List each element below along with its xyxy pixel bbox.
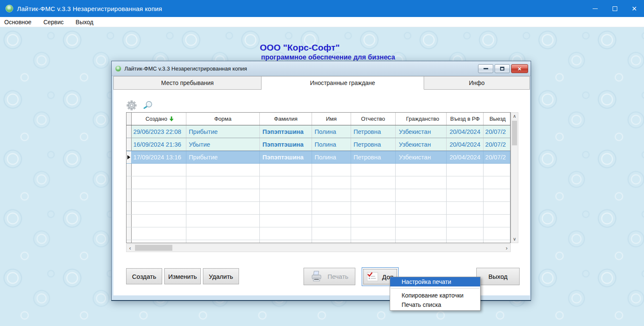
toolbar (126, 100, 154, 111)
table-empty-row[interactable] (127, 240, 510, 243)
cell-created: 17/09/2024 13:16 (132, 151, 186, 163)
row-selector (127, 151, 132, 163)
empty-cell (127, 240, 132, 243)
context-menu-item-print-settings[interactable]: Настройка печати (390, 277, 480, 286)
dialog-restore-button[interactable] (495, 64, 510, 73)
table-row[interactable]: 29/06/2023 22:08 Прибытие Пэпэптэшина По… (127, 125, 510, 138)
cell-surname: Пэпэптэшина (260, 125, 312, 138)
minimize-icon (593, 9, 598, 9)
delete-button[interactable]: Удалить (203, 268, 239, 284)
horizontal-scrollbar[interactable]: ‹ › (126, 244, 511, 252)
empty-cell (132, 189, 186, 201)
row-selector (127, 125, 132, 138)
header-selector (127, 113, 132, 125)
dialog-title: Лайтик-ФМС v.3.3 Незарегистрированная ко… (124, 65, 247, 72)
empty-cell (312, 227, 351, 240)
menu-separator (391, 288, 479, 289)
empty-cell (186, 227, 260, 240)
scroll-right-icon[interactable]: › (503, 244, 510, 252)
column-header-name[interactable]: Имя (312, 113, 351, 125)
empty-cell (127, 189, 132, 201)
column-header-exit[interactable]: Выезд (484, 113, 510, 125)
edit-button[interactable]: Изменить (164, 268, 201, 284)
empty-cell (312, 164, 351, 176)
menu-item-exit[interactable]: Выход (76, 19, 93, 26)
empty-cell (186, 240, 260, 243)
column-header-created[interactable]: Создано (132, 113, 186, 125)
gear-icon[interactable] (126, 100, 137, 111)
tab-foreign-citizens[interactable]: Иностранные граждане (262, 76, 424, 90)
scroll-down-icon[interactable]: ∨ (511, 235, 518, 243)
tab-info[interactable]: Инфо (424, 76, 530, 90)
column-header-patronymic[interactable]: Отчество (351, 113, 396, 125)
os-close-button[interactable]: × (624, 0, 644, 17)
minimize-icon (484, 68, 488, 69)
column-header-form[interactable]: Форма (186, 113, 260, 125)
os-maximize-button[interactable] (605, 0, 624, 17)
column-header-citizenship[interactable]: Гражданство (396, 113, 447, 125)
screen: Лайтик-ФМС v.3.3 Незарегистрированная ко… (0, 0, 644, 326)
dialog-minimize-button[interactable] (478, 64, 493, 73)
table-empty-row[interactable] (127, 215, 510, 227)
empty-cell (484, 240, 510, 243)
table-empty-row[interactable] (127, 189, 510, 202)
sort-desc-icon (169, 116, 174, 122)
menu-item-main[interactable]: Основное (4, 19, 31, 26)
print-button-label: Печать (327, 273, 348, 280)
exit-button[interactable]: Выход (476, 268, 520, 285)
dialog-window: Лайтик-ФМС v.3.3 Незарегистрированная ко… (111, 61, 531, 301)
cell-citizenship: Узбекистан (396, 138, 447, 150)
cell-citizenship: Узбекистан (396, 125, 447, 138)
tab-strip: Место пребывания Иностранные граждане Ин… (113, 76, 530, 90)
table-empty-row[interactable] (127, 176, 510, 189)
empty-cell (132, 164, 186, 176)
cell-patronymic: Петровна (351, 125, 396, 138)
close-icon: × (518, 65, 522, 72)
empty-cell (127, 227, 132, 240)
vertical-scroll-thumb[interactable] (512, 121, 517, 145)
cell-exit: 20/07/2 (484, 138, 510, 150)
cell-exit: 20/07/2 (484, 125, 510, 138)
table-row-selected[interactable]: 17/09/2024 13:16 Прибытие Пэпэптэшина По… (127, 151, 510, 164)
empty-cell (484, 176, 510, 189)
cell-patronymic: Петровна (351, 151, 396, 163)
scroll-left-icon[interactable]: ‹ (127, 244, 134, 252)
os-minimize-button[interactable] (585, 0, 605, 17)
os-window-controls: × (585, 0, 644, 17)
empty-cell (351, 189, 396, 201)
table-row[interactable]: 16/09/2024 21:36 Убытие Пэпэптэшина Поли… (127, 138, 510, 151)
empty-cell (132, 176, 186, 189)
company-tagline: программное обеспечение для бизнеса (261, 54, 395, 61)
table-empty-row[interactable] (127, 227, 510, 240)
menu-bar: Основное Сервис Выход (0, 17, 644, 27)
vertical-scrollbar[interactable]: ∧ ∨ (511, 112, 518, 243)
column-header-entry[interactable]: Въезд в РФ (447, 113, 484, 125)
search-icon[interactable] (143, 100, 154, 111)
print-button[interactable]: Печать (304, 268, 355, 285)
cell-name: Полина (312, 125, 351, 138)
dialog-titlebar[interactable]: Лайтик-ФМС v.3.3 Незарегистрированная ко… (112, 61, 531, 76)
create-button[interactable]: Создать (126, 268, 162, 284)
dialog-close-button[interactable]: × (511, 64, 528, 73)
tab-content: Создано Форма Фамилия Имя Отчество Гражд… (113, 90, 530, 295)
tab-place-of-stay[interactable]: Место пребывания (113, 76, 262, 90)
table-empty-row[interactable] (127, 164, 510, 176)
table-empty-row[interactable] (127, 202, 510, 215)
cell-form: Убытие (186, 138, 260, 150)
menu-item-service[interactable]: Сервис (43, 19, 64, 26)
empty-cell (447, 227, 484, 240)
empty-cell (312, 176, 351, 189)
empty-cell (396, 215, 447, 227)
checklist-icon (367, 272, 378, 281)
cell-created: 16/09/2024 21:36 (132, 138, 186, 150)
empty-cell (447, 202, 484, 214)
column-header-surname[interactable]: Фамилия (260, 113, 312, 125)
horizontal-scroll-thumb[interactable] (135, 245, 172, 251)
scroll-up-icon[interactable]: ∧ (511, 113, 518, 120)
context-menu-item-copy-card[interactable]: Копирование карточки (390, 291, 480, 300)
context-menu-item-print-list[interactable]: Печать списка (390, 300, 480, 309)
empty-cell (127, 176, 132, 189)
company-name: ООО "Корс-Софт" (260, 43, 340, 53)
cell-entry: 20/04/2024 (447, 151, 484, 163)
dialog-app-icon (115, 65, 121, 72)
